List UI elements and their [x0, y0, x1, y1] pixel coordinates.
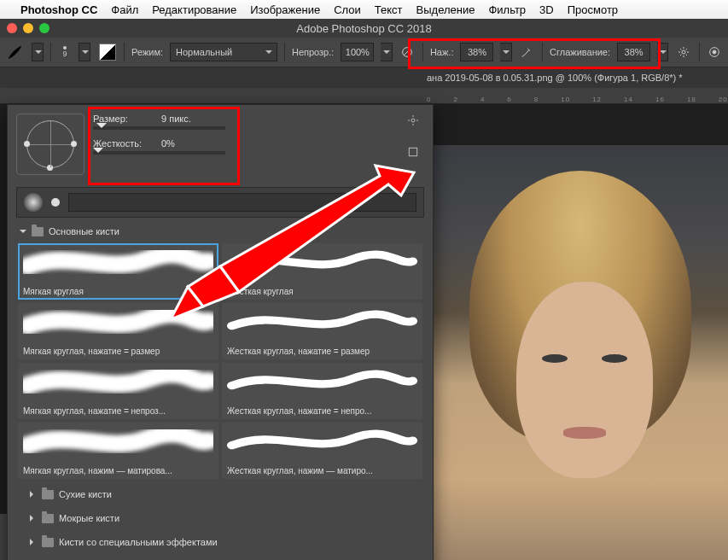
brush-preset-7[interactable]: Жесткая круглая, нажим — матиро... — [222, 423, 422, 479]
svg-point-1 — [682, 50, 685, 54]
folder-collapsed-1[interactable]: Мокрые кисти — [16, 505, 424, 528]
mac-menubar: Photoshop CC Файл Редактирование Изображ… — [0, 0, 728, 19]
app-name[interactable]: Photoshop CC — [20, 3, 97, 16]
window-titlebar: Adobe Photoshop CC 2018 — [0, 19, 728, 38]
folder-icon — [32, 227, 44, 236]
smoothing-label: Сглаживание: — [550, 47, 610, 57]
smoothing-dropdown[interactable] — [657, 43, 668, 61]
brush-preset-0[interactable]: Мягкая круглая — [18, 243, 218, 300]
brush-search-input[interactable] — [68, 193, 416, 212]
size-value[interactable]: 9 пикс. — [161, 114, 221, 124]
brush-label: Мягкая круглая — [23, 287, 213, 296]
options-bar: 9 Режим: Нормальный Непрозр.: 100% Наж.:… — [0, 38, 728, 67]
airbrush-icon[interactable] — [519, 43, 535, 61]
brush-preset-6[interactable]: Мягкая круглая, нажим — матирова... — [18, 423, 218, 479]
opacity-input[interactable]: 100% — [341, 43, 374, 61]
hardness-slider[interactable] — [93, 151, 225, 155]
menu-view[interactable]: Просмотр — [568, 3, 618, 16]
folder-collapsed-2[interactable]: Кисти со специальными эффектами — [16, 528, 424, 552]
menu-file[interactable]: Файл — [111, 3, 138, 16]
brush-preview-soft-icon[interactable] — [24, 193, 43, 212]
brush-angle-widget[interactable] — [16, 114, 84, 175]
hardness-value[interactable]: 0% — [161, 138, 221, 149]
svg-point-3 — [713, 50, 716, 54]
pressure-opacity-icon[interactable] — [399, 43, 416, 61]
smoothing-options-icon[interactable] — [675, 43, 691, 61]
brush-preset-dropdown[interactable] — [79, 43, 90, 61]
brush-preview-thumb[interactable]: 9 — [58, 46, 72, 58]
menu-edit[interactable]: Редактирование — [152, 3, 236, 16]
mode-label: Режим: — [131, 47, 163, 57]
brush-panel-toggle-icon[interactable] — [97, 41, 117, 63]
folder-main-brushes[interactable]: Основные кисти — [16, 218, 424, 242]
folder-collapsed-0[interactable]: Сухие кисти — [16, 481, 424, 505]
menu-filter[interactable]: Фильтр — [488, 3, 526, 16]
horizontal-ruler: 024 6810 121416 182022 — [0, 88, 728, 104]
brush-tool-icon[interactable] — [5, 41, 25, 63]
blend-mode-select[interactable]: Нормальный — [170, 43, 277, 61]
folder-icon — [42, 514, 54, 523]
brush-preset-4[interactable]: Мягкая круглая, нажатие = непроз... — [18, 363, 218, 419]
brush-preview-hard-icon[interactable] — [51, 198, 60, 207]
brush-preset-3[interactable]: Жесткая круглая, нажатие = размер — [222, 303, 422, 359]
brush-preset-5[interactable]: Жесткая круглая, нажатие = непро... — [222, 363, 422, 419]
brush-preset-panel: Размер: 9 пикс. Жесткость: 0% — [7, 104, 434, 560]
flow-input[interactable]: 38% — [460, 43, 493, 61]
window-title: Adobe Photoshop CC 2018 — [0, 22, 728, 35]
canvas-image[interactable] — [418, 145, 728, 560]
menu-text[interactable]: Текст — [375, 3, 403, 16]
menu-image[interactable]: Изображение — [250, 3, 320, 16]
brush-label: Мягкая круглая, нажатие = размер — [23, 347, 213, 356]
brush-preset-2[interactable]: Мягкая круглая, нажатие = размер — [18, 303, 218, 359]
menu-3d[interactable]: 3D — [539, 3, 554, 16]
brush-label: Жесткая круглая, нажатие = размер — [227, 347, 417, 356]
brush-preset-1[interactable]: Жесткая круглая — [222, 243, 422, 300]
brush-label: Жесткая круглая — [227, 287, 417, 296]
brush-grid: Мягкая круглаяЖесткая круглаяМягкая круг… — [16, 242, 424, 481]
smoothing-input[interactable]: 38% — [617, 43, 650, 61]
document-tab[interactable]: ана 2019-05-08 в 0.05.31.png @ 100% (Фиг… — [427, 73, 683, 83]
brush-label: Жесткая круглая, нажим — матиро... — [227, 466, 417, 475]
pressure-size-icon[interactable] — [707, 43, 723, 61]
brush-label: Мягкая круглая, нажатие = непроз... — [23, 406, 213, 416]
size-slider[interactable] — [93, 126, 225, 130]
menu-layers[interactable]: Слои — [334, 3, 361, 16]
document-tab-bar: ана 2019-05-08 в 0.05.31.png @ 100% (Фиг… — [0, 67, 728, 88]
svg-point-5 — [411, 119, 415, 122]
opacity-dropdown[interactable] — [381, 43, 392, 61]
tool-preset-dropdown[interactable] — [32, 43, 44, 61]
flow-dropdown[interactable] — [500, 43, 511, 61]
new-preset-icon[interactable] — [406, 145, 420, 161]
brush-search-bar — [16, 187, 424, 218]
folder-icon — [42, 490, 54, 499]
brush-label: Мягкая круглая, нажим — матирова... — [23, 466, 213, 475]
panel-resize-handle[interactable] — [16, 552, 424, 560]
opacity-label: Непрозр.: — [292, 47, 334, 57]
svg-rect-6 — [409, 148, 416, 155]
hardness-label: Жесткость: — [93, 138, 161, 149]
brush-label: Жесткая круглая, нажатие = непро... — [227, 406, 417, 416]
panel-settings-icon[interactable] — [406, 114, 420, 130]
menu-select[interactable]: Выделение — [416, 3, 475, 16]
flow-label: Наж.: — [430, 47, 454, 57]
folder-icon — [42, 538, 54, 547]
